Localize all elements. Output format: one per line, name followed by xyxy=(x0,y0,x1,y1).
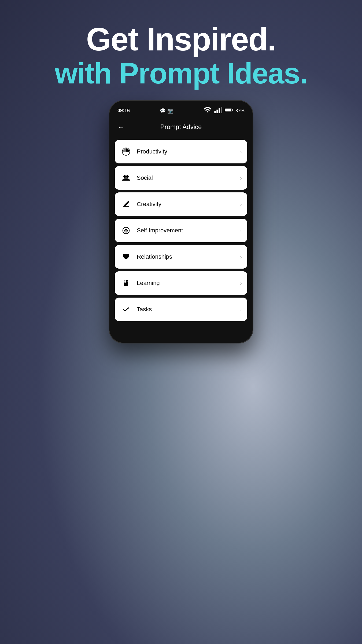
self-improvement-chevron: › xyxy=(240,228,242,234)
status-time: 09:16 xyxy=(117,108,130,114)
tasks-label: Tasks xyxy=(137,306,240,313)
wifi-icon xyxy=(203,106,212,116)
list-item-social[interactable]: Social › xyxy=(115,166,247,190)
list-item-self-improvement[interactable]: Self Improvement › xyxy=(115,219,247,242)
instagram-icon: 📷 xyxy=(167,108,173,114)
learning-label: Learning xyxy=(137,280,240,287)
self-improvement-icon xyxy=(120,225,132,236)
phone-frame: 09:16 💬 📷 87% xyxy=(109,100,253,343)
list-item-productivity[interactable]: Productivity › xyxy=(115,140,247,163)
menu-list: Productivity › Social › xyxy=(109,136,253,329)
svg-rect-0 xyxy=(214,111,216,113)
battery-percent: 87% xyxy=(235,108,245,114)
relationships-chevron: › xyxy=(240,254,242,260)
tasks-icon xyxy=(120,303,132,315)
list-item-relationships[interactable]: Relationships › xyxy=(115,245,247,269)
self-improvement-label: Self Improvement xyxy=(137,227,240,234)
creativity-chevron: › xyxy=(240,201,242,207)
svg-rect-15 xyxy=(124,280,126,283)
svg-rect-5 xyxy=(232,109,233,111)
svg-rect-3 xyxy=(221,107,222,113)
productivity-label: Productivity xyxy=(137,148,240,155)
whatsapp-icon: 💬 xyxy=(160,108,166,114)
svg-rect-10 xyxy=(123,206,129,207)
learning-icon xyxy=(120,277,132,289)
svg-rect-2 xyxy=(219,108,220,113)
headline-main: Get Inspired. xyxy=(16,21,346,57)
signal-icon xyxy=(214,106,223,116)
status-icons: 💬 📷 xyxy=(160,108,173,114)
headline-sub: with Prompt Ideas. xyxy=(16,57,346,89)
creativity-label: Creativity xyxy=(137,201,240,208)
svg-rect-6 xyxy=(225,109,231,111)
productivity-icon xyxy=(120,146,132,158)
tasks-chevron: › xyxy=(240,306,242,313)
social-icon xyxy=(120,172,132,184)
svg-rect-1 xyxy=(216,110,218,113)
headline-section: Get Inspired. with Prompt Ideas. xyxy=(0,0,362,100)
list-item-creativity[interactable]: Creativity › xyxy=(115,192,247,216)
svg-point-9 xyxy=(126,175,129,178)
status-bar: 09:16 💬 📷 87% xyxy=(109,101,253,118)
status-right: 87% xyxy=(203,106,245,116)
creativity-icon xyxy=(120,198,132,210)
phone-bottom-bar xyxy=(109,329,253,343)
learning-chevron: › xyxy=(240,280,242,286)
svg-point-8 xyxy=(123,175,126,178)
back-button[interactable]: ← xyxy=(117,123,124,131)
list-item-tasks[interactable]: Tasks › xyxy=(115,298,247,321)
relationships-icon xyxy=(120,251,132,263)
social-label: Social xyxy=(137,174,240,181)
svg-point-16 xyxy=(127,281,128,282)
productivity-chevron: › xyxy=(240,149,242,155)
battery-icon xyxy=(225,106,233,116)
top-bar: ← Prompt Advice xyxy=(109,118,253,136)
relationships-label: Relationships xyxy=(137,253,240,260)
social-chevron: › xyxy=(240,175,242,181)
screen-title: Prompt Advice xyxy=(160,123,202,131)
list-item-learning[interactable]: Learning › xyxy=(115,271,247,295)
